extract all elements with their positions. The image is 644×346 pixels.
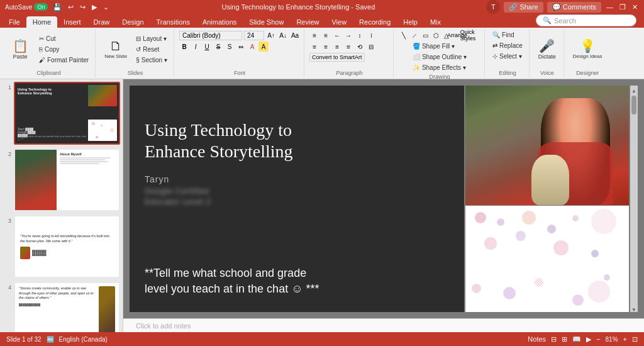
replace-button[interactable]: ⇄ Replace [490, 41, 525, 50]
tab-insert[interactable]: Insert [57, 16, 87, 28]
slide-sorter-btn[interactable]: ⊞ [562, 335, 567, 343]
tab-recording[interactable]: Recording [353, 16, 397, 28]
zoom-out-btn[interactable]: − [596, 335, 600, 343]
tab-slideshow[interactable]: Slide Show [243, 16, 290, 28]
cut-button[interactable]: ✂ Cut [36, 34, 91, 43]
dictate-button[interactable]: 🎤 Dictate [535, 38, 560, 62]
tab-mix[interactable]: Mix [424, 16, 447, 28]
slide-show-btn[interactable]: ▶ [586, 335, 591, 343]
tab-help[interactable]: Help [397, 16, 424, 28]
justify-button[interactable]: ≡ [343, 42, 353, 52]
restore-button[interactable]: ❐ [618, 3, 627, 12]
slide-thumb-4[interactable]: 4 "Stories create community, enable us t… [3, 282, 120, 332]
clear-format-btn[interactable]: Aa [290, 30, 300, 40]
spacing-button[interactable]: ⇔ [236, 42, 246, 52]
share-button[interactable]: 🔗 Share [504, 2, 543, 13]
scroll-thumb[interactable] [631, 96, 636, 114]
tab-transitions[interactable]: Transitions [150, 16, 196, 28]
text-shadow-button[interactable]: S [225, 42, 235, 52]
shape-effects-button[interactable]: ✨ Shape Effects ▾ [410, 63, 469, 72]
undo-button[interactable]: ↩ [67, 3, 75, 12]
tab-design[interactable]: Design [116, 16, 150, 28]
bold-button[interactable]: B [179, 42, 189, 52]
scroll-up-btn[interactable]: ▲ [631, 88, 636, 93]
s2-line2 [60, 159, 105, 160]
line-spacing-button[interactable]: ↕ [355, 30, 365, 40]
layout-button[interactable]: ⊟ Layout ▾ [133, 34, 170, 43]
slide-thumb-1[interactable]: 1 Using Technology toEnhance Storytellin… [3, 82, 120, 145]
align-center-button[interactable]: ≡ [321, 42, 331, 52]
design-ideas-button[interactable]: 💡 Design Ideas [569, 38, 606, 61]
shape-2[interactable]: ⟋ [409, 30, 419, 40]
text-direction-button[interactable]: ⟲ [355, 42, 365, 52]
highlight-button[interactable]: A [258, 42, 269, 52]
notes-status-btn[interactable]: Notes [528, 335, 546, 343]
notes-bar[interactable]: Click to add notes [123, 318, 644, 332]
present-button[interactable]: ▶ [91, 3, 98, 12]
font-size-down-btn[interactable]: A↓ [278, 30, 288, 40]
comments-button[interactable]: 💬 Comments [547, 2, 601, 13]
normal-view-btn[interactable]: ⊟ [551, 335, 557, 343]
italic-button[interactable]: I [191, 42, 201, 52]
indent-left-button[interactable]: ← [332, 30, 342, 40]
align-left-button[interactable]: ≡ [309, 42, 319, 52]
minimize-button[interactable]: — [605, 3, 614, 11]
quick-styles-button[interactable]: Quick Styles [463, 30, 473, 40]
scroll-down-btn[interactable]: ▼ [631, 307, 636, 312]
select-button[interactable]: ⊹ Select ▾ [490, 52, 525, 61]
numbered-list-button[interactable]: ≡ [321, 30, 331, 40]
slide-left-panel[interactable]: Using Technology toEnhance Storytelling … [130, 86, 464, 312]
section-button[interactable]: § Section ▾ [133, 55, 170, 65]
slide-preview-3[interactable]: "You're never going to kill storytelling… [14, 215, 120, 278]
columns-button[interactable]: ⁞ [366, 30, 376, 40]
fit-slide-btn[interactable]: ⊡ [632, 335, 638, 343]
reset-button[interactable]: ↺ Reset [133, 45, 170, 54]
shape-4[interactable]: ⬡ [431, 30, 441, 40]
paste-button[interactable]: 📋 Paste [6, 38, 34, 62]
shape-outline-button[interactable]: ⬜ Shape Outline ▾ [410, 52, 469, 62]
tab-home[interactable]: Home [26, 16, 57, 28]
reading-view-btn[interactable]: 📖 [572, 335, 581, 343]
s1-img-thumb [88, 85, 117, 106]
user-avatar[interactable]: T [486, 0, 500, 14]
new-slide-button[interactable]: 🗋 New Slide [101, 38, 131, 61]
bullets-button[interactable]: ≡ [309, 30, 319, 40]
copy-button[interactable]: ⎘ Copy [36, 45, 91, 54]
font-size-input[interactable]: 24 [244, 31, 264, 40]
font-size-up-btn[interactable]: A↑ [266, 30, 276, 40]
align-right-button[interactable]: ≡ [332, 42, 342, 52]
format-painter-button[interactable]: 🖌 Format Painter [36, 55, 91, 65]
find-button[interactable]: 🔍 Find [490, 30, 516, 40]
indent-right-button[interactable]: → [343, 30, 353, 40]
autosave-toggle[interactable]: AutoSave On [5, 3, 48, 11]
slide-author-line2: Educator Level 2 [145, 197, 449, 206]
save-button[interactable]: 💾 [52, 3, 63, 12]
slide-count: Slide 1 of 32 [6, 336, 42, 343]
tab-animations[interactable]: Animations [196, 16, 243, 28]
shape-3[interactable]: ▭ [420, 30, 430, 40]
zoom-in-btn[interactable]: + [623, 335, 627, 343]
redo-button[interactable]: ↪ [79, 3, 87, 12]
strikethrough-button[interactable]: S [213, 42, 223, 52]
main-scrollbar[interactable]: ▲ ▼ [630, 86, 638, 312]
tab-file[interactable]: File [3, 16, 26, 28]
convert-smartart-button[interactable]: Convert to SmartArt [309, 53, 365, 62]
slide-preview-2[interactable]: About Myself [14, 148, 120, 211]
slide-thumb-3[interactable]: 3 "You're never going to kill storytelli… [3, 215, 120, 278]
shape-fill-button[interactable]: 🪣 Shape Fill ▾ [410, 42, 469, 51]
align-text-button[interactable]: ⊟ [366, 42, 376, 52]
slide-preview-1[interactable]: Using Technology toEnhance Storytelling … [14, 82, 120, 145]
font-name-dropdown[interactable]: Calibri (Body) [179, 31, 242, 40]
autosave-state[interactable]: On [34, 3, 48, 11]
tab-draw[interactable]: Draw [87, 16, 116, 28]
close-button[interactable]: ✕ [631, 3, 639, 12]
shape-1[interactable]: ╲ [399, 30, 409, 40]
more-commands-button[interactable]: ⌄ [102, 3, 110, 12]
underline-button[interactable]: U [202, 42, 212, 52]
tab-review[interactable]: Review [290, 16, 325, 28]
slide-thumb-2[interactable]: 2 About Myself [3, 148, 120, 211]
font-color-button[interactable]: A [247, 42, 257, 52]
slide-preview-4[interactable]: "Stories create community, enable us to … [14, 282, 120, 332]
search-bar[interactable]: 🔍 Search [536, 14, 636, 26]
tab-view[interactable]: View [325, 16, 353, 28]
